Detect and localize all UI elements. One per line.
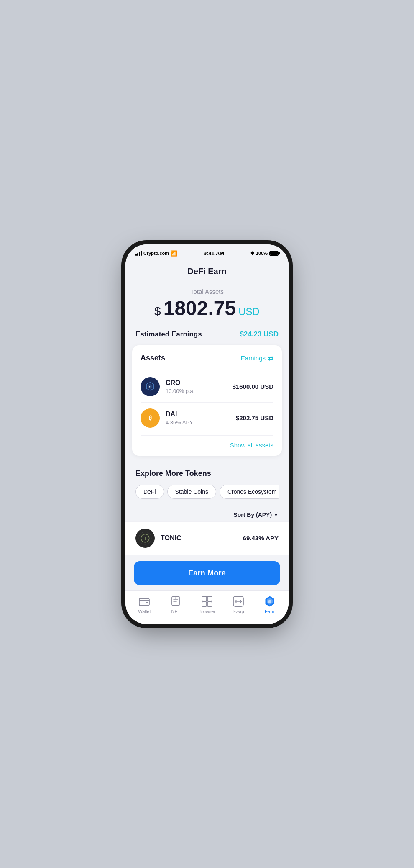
status-bar: Crypto.com 📶 9:41 AM ✱ 100%	[125, 244, 289, 260]
bluetooth-icon: ✱	[250, 251, 254, 256]
total-assets-section: Total Assets $ 1802.75 USD	[125, 280, 289, 323]
svg-rect-8	[139, 598, 149, 606]
battery-icon	[269, 251, 279, 256]
assets-card-header: Assets Earnings ⇄	[141, 354, 273, 362]
earnings-toggle-label: Earnings	[241, 354, 266, 362]
filter-tab-defi[interactable]: DeFi	[135, 485, 164, 499]
dai-icon: ₿	[141, 408, 160, 428]
cro-rate: 10.00% p.a.	[166, 388, 233, 394]
nav-label-swap: Swap	[233, 609, 244, 614]
page-title: DeFi Earn	[135, 267, 279, 276]
tonic-apy: 69.43% APY	[243, 534, 279, 542]
browser-icon	[201, 596, 213, 607]
assets-card-title: Assets	[141, 354, 165, 362]
nft-icon	[170, 596, 181, 607]
nav-item-browser[interactable]: Browser	[192, 596, 223, 614]
nav-item-nft[interactable]: NFT	[160, 596, 192, 614]
sort-arrow-icon[interactable]: ▼	[273, 512, 279, 518]
bottom-nav: Wallet NFT Browse	[125, 590, 289, 624]
token-row-tonic[interactable]: T TONIC 69.43% APY	[125, 521, 289, 555]
signal-bars-icon	[135, 251, 142, 256]
battery-percent: 100%	[256, 251, 268, 256]
asset-row-dai[interactable]: ₿ DAI 4.36% APY $202.75 USD	[141, 402, 273, 434]
sort-row: Sort By (APY) ▼	[125, 506, 289, 521]
nav-item-swap[interactable]: Swap	[222, 596, 254, 614]
phone-frame: Crypto.com 📶 9:41 AM ✱ 100% DeFi Earn To…	[125, 244, 289, 624]
dai-name: DAI	[166, 411, 236, 418]
tonic-name: TONIC	[161, 534, 243, 542]
nav-item-earn[interactable]: Earn	[254, 596, 285, 614]
earnings-toggle-button[interactable]: Earnings ⇄	[241, 354, 273, 362]
dollar-sign: $	[154, 305, 161, 318]
dai-rate: 4.36% APY	[166, 419, 236, 426]
cro-name: CRO	[166, 379, 233, 387]
wallet-icon	[138, 596, 150, 607]
cro-icon: C	[141, 377, 160, 396]
swap-icon	[233, 596, 244, 607]
earn-icon	[264, 596, 276, 607]
filter-tabs: DeFi Stable Coins Cronos Ecosystem DE	[135, 485, 279, 501]
explore-title: Explore More Tokens	[135, 469, 279, 478]
show-all-assets-link[interactable]: Show all assets	[230, 442, 273, 449]
earn-more-button[interactable]: Earn More	[134, 561, 280, 585]
page-header: DeFi Earn	[125, 260, 289, 280]
nav-label-wallet: Wallet	[138, 609, 151, 614]
asset-row-cro[interactable]: C CRO 10.00% p.a. $1600.00 USD	[141, 371, 273, 402]
show-all-assets-section: Show all assets	[141, 435, 273, 449]
nav-item-wallet[interactable]: Wallet	[129, 596, 160, 614]
svg-rect-14	[207, 602, 212, 606]
status-left: Crypto.com 📶	[135, 250, 177, 257]
total-assets-amount: $ 1802.75 USD	[135, 298, 279, 318]
nav-label-browser: Browser	[199, 609, 215, 614]
page-content: DeFi Earn Total Assets $ 1802.75 USD Est…	[125, 260, 289, 590]
status-right: ✱ 100%	[250, 251, 279, 256]
nav-label-nft: NFT	[171, 609, 180, 614]
amount-number: 1802.75	[164, 298, 236, 318]
svg-text:₿: ₿	[149, 414, 152, 421]
amount-currency: USD	[238, 306, 260, 318]
cro-value: $1600.00 USD	[233, 383, 273, 390]
estimated-earnings-label: Estimated Earnings	[135, 330, 202, 339]
filter-tab-stablecoins[interactable]: Stable Coins	[167, 485, 216, 499]
earn-more-section: Earn More	[125, 555, 289, 590]
filter-tab-cronos[interactable]: Cronos Ecosystem	[220, 485, 279, 499]
cro-asset-info: CRO 10.00% p.a.	[166, 379, 233, 394]
dai-value: $202.75 USD	[236, 414, 273, 421]
svg-text:T: T	[144, 536, 147, 541]
carrier-name: Crypto.com	[143, 251, 169, 256]
wifi-icon: 📶	[171, 250, 177, 257]
total-assets-label: Total Assets	[135, 288, 279, 295]
status-time: 9:41 AM	[204, 250, 224, 257]
nav-label-earn: Earn	[265, 609, 274, 614]
svg-point-10	[175, 597, 176, 598]
svg-text:C: C	[149, 385, 152, 389]
estimated-earnings-value: $24.23 USD	[240, 330, 279, 339]
svg-rect-12	[207, 596, 212, 601]
explore-section: Explore More Tokens DeFi Stable Coins Cr…	[125, 462, 289, 506]
sort-label[interactable]: Sort By (APY)	[233, 511, 272, 518]
dai-asset-info: DAI 4.36% APY	[166, 411, 236, 426]
tonic-icon: T	[135, 529, 155, 548]
assets-card: Assets Earnings ⇄ C CRO 10.00% p.	[132, 345, 282, 456]
svg-rect-13	[202, 602, 207, 606]
estimated-earnings-row: Estimated Earnings $24.23 USD	[125, 323, 289, 344]
toggle-switch-icon: ⇄	[268, 354, 273, 362]
svg-rect-11	[202, 596, 207, 601]
